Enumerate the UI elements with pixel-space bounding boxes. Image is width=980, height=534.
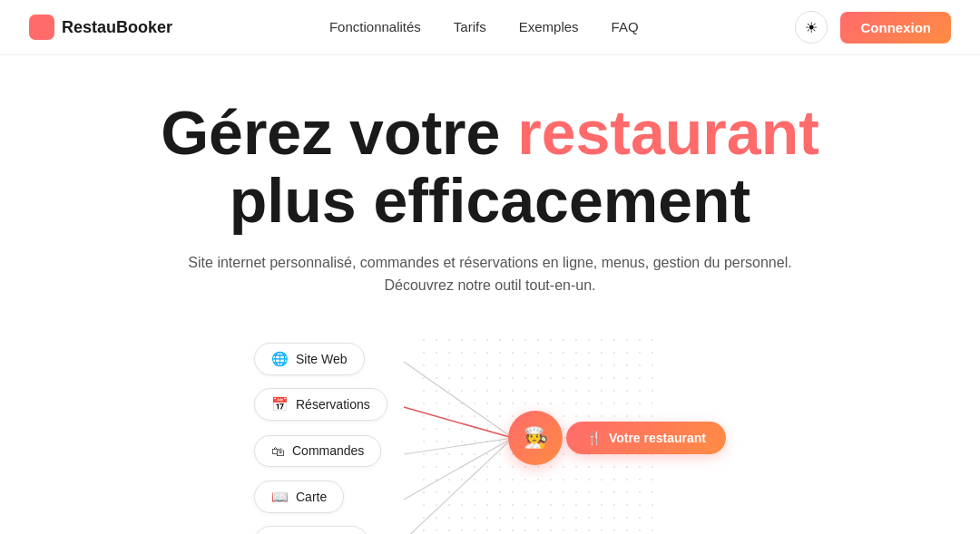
connexion-button[interactable]: Connexion <box>840 12 951 44</box>
hero-title-highlight: restaurant <box>517 98 819 167</box>
logo-text: RestauBooker <box>62 18 172 37</box>
hero-subtitle: Site internet personnalisé, commandes et… <box>18 251 962 297</box>
pill-siteweb-label: Site Web <box>296 352 348 366</box>
logo[interactable]: 🍽 RestauBooker <box>29 15 172 40</box>
pill-carte-label: Carte <box>296 490 327 504</box>
basket-icon: 🛍 <box>271 443 285 459</box>
pill-commandes-label: Commandes <box>292 443 364 458</box>
chef-icon: 🧑‍🍳 <box>524 426 548 450</box>
nav-tarifs[interactable]: Tarifs <box>454 19 486 34</box>
nav-exemples[interactable]: Exemples <box>519 19 579 34</box>
sun-icon: ☀ <box>805 19 818 36</box>
pill-commandes[interactable]: 🛍 Commandes <box>254 435 381 467</box>
nav-links: Fonctionnalités Tarifs Exemples FAQ <box>329 19 639 35</box>
hero-title-part1: Gérez votre <box>161 98 517 167</box>
right-node[interactable]: 🍴 Votre restaurant <box>566 422 726 454</box>
nav-faq[interactable]: FAQ <box>612 19 639 34</box>
pill-siteweb[interactable]: 🌐 Site Web <box>254 343 365 375</box>
hero-title-part2: plus efficacement <box>230 166 750 235</box>
utensils-icon: 🍴 <box>586 431 602 445</box>
pill-marketing[interactable]: 📣 Marketing <box>254 526 368 534</box>
pill-reservations-label: Réservations <box>296 397 370 412</box>
pill-carte[interactable]: 📖 Carte <box>254 481 344 513</box>
nav-right: ☀ Connexion <box>795 11 951 44</box>
book-icon: 📖 <box>271 489 289 505</box>
feature-diagram: 🌐 Site Web 📅 Réservations 🛍 Commandes 📖 … <box>254 334 726 534</box>
hero-section: Gérez votre restaurant plus efficacement… <box>0 55 980 316</box>
navbar: 🍽 RestauBooker Fonctionnalités Tarifs Ex… <box>0 0 980 55</box>
center-node: 🧑‍🍳 <box>508 411 563 465</box>
calendar-icon: 📅 <box>271 396 289 413</box>
pill-reservations[interactable]: 📅 Réservations <box>254 388 387 421</box>
theme-toggle-button[interactable]: ☀ <box>795 11 828 44</box>
hero-title: Gérez votre restaurant plus efficacement <box>18 99 962 235</box>
svg-rect-0 <box>29 15 54 40</box>
globe-icon: 🌐 <box>271 351 289 367</box>
right-node-label: Votre restaurant <box>609 431 706 445</box>
nav-fonctionnalites[interactable]: Fonctionnalités <box>329 19 421 34</box>
